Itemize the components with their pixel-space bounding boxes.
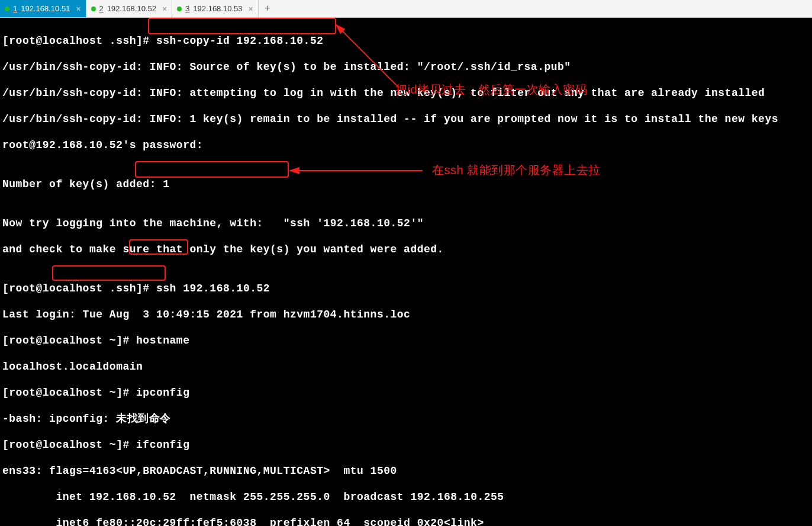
close-icon[interactable]: ×	[249, 2, 253, 15]
tab-3[interactable]: 3 192.168.10.53 ×	[172, 0, 259, 17]
tab-num: 3	[185, 2, 189, 15]
arrow-icon	[286, 165, 428, 177]
highlight-box	[52, 265, 166, 281]
terminal-line: inet 192.168.10.52 netmask 255.255.255.0…	[2, 490, 810, 503]
tab-num: 1	[13, 2, 17, 15]
tab-label: 192.168.10.53	[193, 2, 242, 15]
terminal-line: [root@localhost .ssh]# ssh 192.168.10.52	[2, 282, 810, 295]
tab-bar: 1 192.168.10.51 × 2 192.168.10.52 × 3 19…	[0, 0, 812, 18]
terminal[interactable]: [root@localhost .ssh]# ssh-copy-id 192.1…	[0, 18, 812, 526]
terminal-line: ens33: flags=4163<UP,BROADCAST,RUNNING,M…	[2, 464, 810, 477]
annotation-text: 在ssh 就能到那个服务器上去拉	[432, 163, 601, 177]
terminal-line: [root@localhost ~]# hostname	[2, 334, 810, 347]
terminal-line: localhost.localdomain	[2, 360, 810, 373]
tab-1[interactable]: 1 192.168.10.51 ×	[0, 0, 86, 17]
terminal-line: root@192.168.10.52's password:	[2, 139, 810, 152]
terminal-line: [root@localhost ~]# ipconfig	[2, 386, 810, 399]
arrow-icon	[333, 21, 404, 92]
terminal-line: [root@localhost ~]# ifconfig	[2, 438, 810, 451]
terminal-line: /usr/bin/ssh-copy-id: INFO: 1 key(s) rem…	[2, 113, 810, 126]
highlight-box	[148, 18, 336, 34]
terminal-line: -bash: ipconfig: 未找到命令	[2, 412, 810, 425]
status-dot-icon	[5, 7, 9, 11]
new-tab-button[interactable]: +	[259, 0, 276, 17]
close-icon[interactable]: ×	[162, 2, 167, 15]
terminal-line: and check to make sure that only the key…	[2, 243, 810, 256]
terminal-line: [root@localhost .ssh]# ssh-copy-id 192.1…	[2, 34, 810, 47]
close-icon[interactable]: ×	[76, 2, 80, 15]
highlight-box	[135, 161, 289, 178]
terminal-line: Last login: Tue Aug 3 10:49:15 2021 from…	[2, 308, 810, 321]
terminal-line: Number of key(s) added: 1	[2, 178, 810, 191]
tab-2[interactable]: 2 192.168.10.52 ×	[86, 0, 173, 17]
terminal-line: inet6 fe80::20c:29ff:fef5:6038 prefixlen…	[2, 517, 810, 526]
tab-label: 192.168.10.51	[21, 2, 70, 15]
tab-label: 192.168.10.52	[107, 2, 156, 15]
terminal-line: /usr/bin/ssh-copy-id: INFO: attempting t…	[2, 86, 810, 100]
status-dot-icon	[91, 7, 96, 11]
status-dot-icon	[177, 7, 182, 11]
terminal-line: /usr/bin/ssh-copy-id: INFO: Source of ke…	[2, 60, 810, 73]
terminal-line: Now try logging into the machine, with: …	[2, 217, 810, 230]
tab-num: 2	[99, 2, 104, 15]
